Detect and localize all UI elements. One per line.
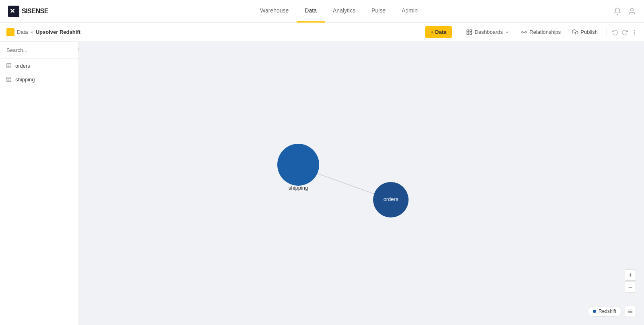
main-layout: orders shipping shipping orders + − <box>0 42 644 325</box>
nav-analytics[interactable]: Analytics <box>325 0 363 23</box>
canvas-area[interactable]: shipping orders + − Redshift <box>79 42 644 325</box>
dashboards-label: Dashboards <box>475 29 503 35</box>
svg-rect-26 <box>7 77 11 82</box>
svg-rect-5 <box>467 33 469 35</box>
status-label: Redshift <box>599 308 616 314</box>
svg-point-8 <box>525 31 526 33</box>
nav-warehouse[interactable]: Warehouse <box>252 0 297 23</box>
sub-header-right: + Data Dashboards Relationships Publish <box>425 26 638 38</box>
breadcrumb-separator: » <box>30 29 33 35</box>
nav-data[interactable]: Data <box>297 0 325 23</box>
svg-rect-3 <box>467 30 469 32</box>
svg-point-13 <box>634 34 634 34</box>
nav-links: Warehouse Data Analytics Pulse Admin <box>64 0 613 23</box>
status-dot <box>593 310 596 313</box>
svg-point-7 <box>522 31 523 33</box>
svg-point-11 <box>634 30 634 30</box>
table-icon-orders <box>6 62 12 69</box>
add-data-button[interactable]: + Data <box>425 26 452 38</box>
relationships-button[interactable]: Relationships <box>517 27 565 38</box>
publish-label: Publish <box>580 29 598 35</box>
breadcrumb: ⚡ Data » Upsolver Redshift <box>6 28 80 36</box>
notifications-icon[interactable] <box>613 7 621 15</box>
zoom-out-button[interactable]: − <box>625 282 636 293</box>
shipping-node[interactable] <box>277 144 319 186</box>
status-bar: Redshift <box>588 306 636 317</box>
logo-text: SISENSE <box>22 8 48 15</box>
sidebar-item-shipping-label: shipping <box>15 77 35 83</box>
more-options-icon[interactable] <box>631 29 638 35</box>
sidebar-item-shipping[interactable]: shipping <box>0 72 78 86</box>
svg-rect-4 <box>470 30 472 32</box>
svg-text:✕: ✕ <box>10 8 15 14</box>
svg-point-2 <box>631 8 634 11</box>
search-input[interactable] <box>6 47 74 53</box>
sisense-logo-icon: ✕ <box>8 6 19 17</box>
redo-icon[interactable] <box>621 29 628 35</box>
sub-header: ⚡ Data » Upsolver Redshift + Data Dashbo… <box>0 23 644 42</box>
orders-node-label: orders <box>384 196 398 202</box>
nav-right <box>613 7 636 15</box>
list-icon <box>627 308 633 314</box>
svg-rect-22 <box>7 64 11 68</box>
shipping-node-label: shipping <box>289 185 308 191</box>
status-badge-redshift: Redshift <box>588 306 621 317</box>
relationships-icon <box>521 29 527 35</box>
status-list-button[interactable] <box>625 306 636 317</box>
svg-rect-6 <box>470 33 472 35</box>
svg-point-12 <box>634 32 634 32</box>
sidebar: orders shipping <box>0 42 79 325</box>
dashboards-button[interactable]: Dashboards <box>462 27 514 38</box>
logo: ✕ SISENSE <box>8 6 48 17</box>
nav-admin[interactable]: Admin <box>394 0 426 23</box>
divider-1 <box>457 27 457 37</box>
divider-2 <box>607 27 607 37</box>
sidebar-item-orders-label: orders <box>15 63 30 69</box>
sidebar-item-orders[interactable]: orders <box>0 59 78 72</box>
user-icon[interactable] <box>628 7 636 15</box>
publish-button[interactable]: Publish <box>568 27 602 38</box>
breadcrumb-data: Data <box>17 29 28 35</box>
undo-icon[interactable] <box>612 29 618 35</box>
top-nav: ✕ SISENSE Warehouse Data Analytics Pulse… <box>0 0 644 23</box>
publish-icon <box>572 29 578 35</box>
relationships-label: Relationships <box>529 29 561 35</box>
relationship-graph: shipping orders <box>79 42 644 325</box>
nav-pulse[interactable]: Pulse <box>363 0 394 23</box>
breadcrumb-current: Upsolver Redshift <box>36 29 80 35</box>
dashboards-icon <box>466 29 473 35</box>
lightning-icon: ⚡ <box>6 28 14 36</box>
zoom-in-button[interactable]: + <box>625 269 636 281</box>
dashboards-chevron-icon <box>505 30 510 35</box>
sidebar-search-bar <box>0 42 78 59</box>
zoom-controls: + − <box>625 269 636 293</box>
table-icon-shipping <box>6 76 12 83</box>
